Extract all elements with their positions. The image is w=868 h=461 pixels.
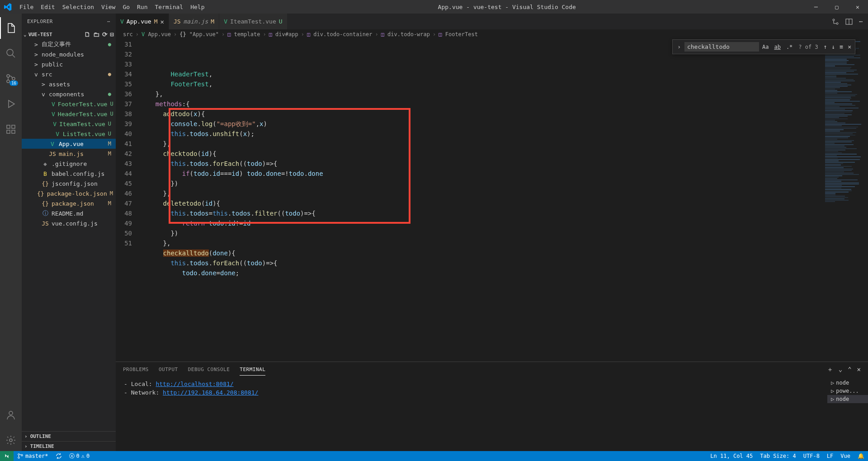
- new-folder-icon[interactable]: 🗀: [93, 31, 99, 38]
- menu-run[interactable]: Run: [133, 2, 151, 12]
- cursor-position[interactable]: Ln 11, Col 45: [707, 451, 756, 461]
- remote-indicator[interactable]: [0, 451, 14, 461]
- breadcrumb[interactable]: src›V App.vue›{} "App.vue"›◫ template›◫ …: [116, 29, 868, 39]
- close-button[interactable]: ✕: [847, 0, 868, 14]
- account-icon[interactable]: [0, 404, 22, 426]
- breadcrumb-item[interactable]: ◫ template: [227, 31, 260, 38]
- run-debug-icon[interactable]: [0, 93, 22, 115]
- menu-edit[interactable]: Edit: [37, 2, 58, 12]
- terminal-item[interactable]: ▷powe...: [827, 387, 868, 395]
- code-content[interactable]: HeaderTest, FooterTest, }, methods:{ add…: [140, 39, 823, 362]
- settings-gear-icon[interactable]: [0, 429, 22, 451]
- editor-tab[interactable]: JSmain.jsM: [169, 14, 219, 29]
- git-branch[interactable]: master*: [14, 451, 52, 461]
- terminal-dropdown-icon[interactable]: ⌄: [839, 366, 842, 374]
- tree-item[interactable]: {}package.jsonM: [22, 198, 116, 208]
- notifications-icon[interactable]: 🔔: [854, 451, 868, 461]
- tree-item[interactable]: VIteamTest.vueU: [22, 119, 116, 129]
- tree-item-label: assets: [49, 81, 70, 88]
- new-file-icon[interactable]: 🗋: [84, 31, 90, 38]
- more-actions-icon[interactable]: ⋯: [859, 18, 863, 25]
- tab-status: U: [279, 18, 283, 25]
- tree-item[interactable]: ◆.gitignore: [22, 159, 116, 169]
- tree-item[interactable]: {}package-lock.jsonM: [22, 188, 116, 198]
- close-icon[interactable]: ✕: [160, 18, 164, 25]
- tree-item[interactable]: ⓘREADME.md: [22, 208, 116, 218]
- breadcrumb-item[interactable]: src: [123, 31, 133, 38]
- tree-item[interactable]: >node_modules: [22, 49, 116, 59]
- match-case-icon[interactable]: Aa: [760, 43, 771, 51]
- tree-item[interactable]: >assets: [22, 79, 116, 89]
- tree-item[interactable]: >public: [22, 59, 116, 69]
- regex-icon[interactable]: .*: [784, 43, 795, 51]
- tree-item[interactable]: vsrc●: [22, 69, 116, 79]
- source-control-icon[interactable]: 16: [0, 68, 22, 89]
- explorer-icon[interactable]: [0, 17, 22, 39]
- local-url[interactable]: http://localhost:8081/: [156, 381, 233, 387]
- terminal-output[interactable]: - Local: http://localhost:8081/ - Networ…: [116, 377, 827, 451]
- outline-section[interactable]: ›OUTLINE: [22, 431, 116, 441]
- menu-selection[interactable]: Selection: [59, 2, 98, 12]
- find-next-icon[interactable]: ↓: [830, 42, 837, 51]
- terminal-item[interactable]: ▷node: [827, 395, 868, 403]
- menu-go[interactable]: Go: [119, 2, 133, 12]
- minimap[interactable]: [823, 39, 868, 362]
- editor-tab[interactable]: VIteamTest.vueU: [219, 14, 287, 29]
- errors-warnings[interactable]: ⓧ0 ⚠0: [66, 451, 94, 461]
- new-terminal-icon[interactable]: ＋: [827, 366, 833, 374]
- editor-tab[interactable]: VApp.vueM✕: [116, 14, 169, 29]
- tree-item[interactable]: {}jsconfig.json: [22, 179, 116, 188]
- menu-terminal[interactable]: Terminal: [151, 2, 187, 12]
- tree-item[interactable]: JSmain.jsM: [22, 149, 116, 159]
- tree-item[interactable]: >自定义事件●: [22, 39, 116, 49]
- timeline-section[interactable]: ›TIMELINE: [22, 441, 116, 451]
- tree-item[interactable]: vcomponents●: [22, 89, 116, 99]
- extensions-icon[interactable]: [0, 118, 22, 140]
- panel-tab-problems[interactable]: PROBLEMS: [123, 364, 149, 375]
- tree-item[interactable]: VHeaderTest.vueU: [22, 109, 116, 119]
- sidebar-more-icon[interactable]: ⋯: [107, 19, 110, 24]
- match-word-icon[interactable]: ab: [772, 43, 783, 51]
- search-icon[interactable]: [0, 42, 22, 64]
- breadcrumb-item[interactable]: ◫ div.todo-container: [307, 31, 373, 38]
- breadcrumb-item[interactable]: ◫ div.todo-wrap: [381, 31, 430, 38]
- find-input[interactable]: [684, 42, 759, 52]
- eol[interactable]: LF: [823, 451, 837, 461]
- breadcrumb-item[interactable]: ◫ FooterTest: [439, 31, 478, 38]
- tree-item[interactable]: Bbabel.config.js: [22, 169, 116, 179]
- panel-tab-debug[interactable]: DEBUG CONSOLE: [188, 364, 230, 375]
- tab-label: App.vue: [127, 18, 151, 25]
- find-prev-icon[interactable]: ↑: [822, 42, 829, 51]
- find-selection-icon[interactable]: ≡: [838, 42, 845, 51]
- maximize-button[interactable]: ▢: [826, 0, 847, 14]
- tree-item[interactable]: VFooterTest.vueU: [22, 99, 116, 109]
- tree-item[interactable]: JSvue.config.js: [22, 218, 116, 228]
- close-panel-icon[interactable]: ✕: [857, 366, 861, 374]
- code-editor[interactable]: 3132333435363738394041424344454647484950…: [116, 39, 868, 362]
- breadcrumb-item[interactable]: {} "App.vue": [179, 31, 219, 38]
- find-close-icon[interactable]: ✕: [846, 42, 853, 51]
- menu-file[interactable]: File: [16, 2, 37, 12]
- tree-item[interactable]: VListTest.vueU: [22, 129, 116, 139]
- menu-help[interactable]: Help: [187, 2, 208, 12]
- breadcrumb-item[interactable]: V App.vue: [142, 31, 171, 38]
- tree-item[interactable]: VApp.vueM: [22, 139, 116, 149]
- sidebar-section-header[interactable]: ⌄ VUE-TEST 🗋 🗀 ⟳ ⊟: [22, 29, 116, 39]
- sync-icon[interactable]: [52, 451, 66, 461]
- network-url[interactable]: http://192.168.64.208:8081/: [163, 389, 258, 396]
- split-editor-icon[interactable]: [845, 18, 853, 25]
- panel-tab-output[interactable]: OUTPUT: [159, 364, 178, 375]
- collapse-icon[interactable]: ⊟: [110, 31, 114, 38]
- encoding[interactable]: UTF-8: [800, 451, 823, 461]
- compare-icon[interactable]: [832, 18, 839, 25]
- find-toggle-replace-icon[interactable]: ›: [675, 42, 684, 52]
- menu-view[interactable]: View: [98, 2, 119, 12]
- maximize-panel-icon[interactable]: ⌃: [848, 366, 851, 374]
- refresh-icon[interactable]: ⟳: [102, 31, 108, 38]
- tab-size[interactable]: Tab Size: 4: [756, 451, 799, 461]
- panel-tab-terminal[interactable]: TERMINAL: [240, 364, 265, 376]
- terminal-item[interactable]: ▷node: [827, 379, 868, 387]
- minimize-button[interactable]: ─: [806, 0, 826, 14]
- breadcrumb-item[interactable]: ◫ div#app: [269, 31, 298, 38]
- language-mode[interactable]: Vue: [837, 451, 854, 461]
